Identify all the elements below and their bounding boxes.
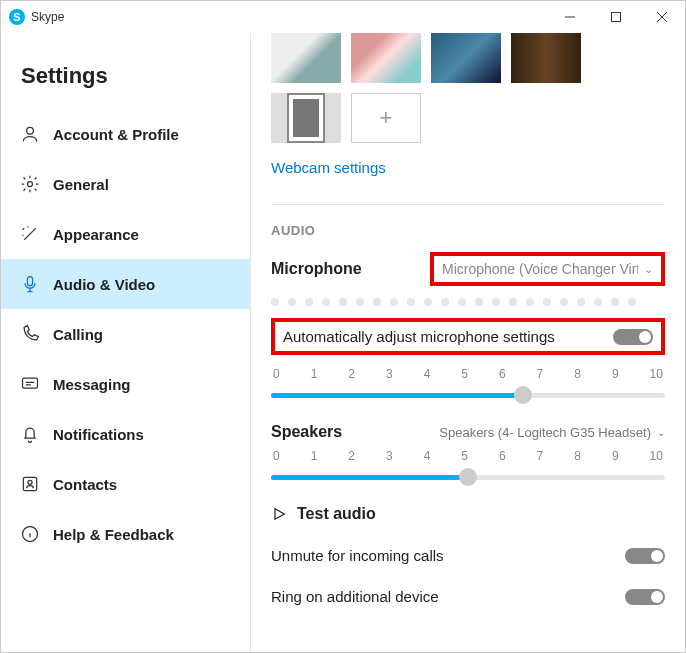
test-audio-button[interactable]: Test audio (271, 505, 665, 523)
sidebar-item-notifications[interactable]: Notifications (1, 409, 250, 459)
sidebar-item-label: Messaging (53, 376, 131, 393)
bell-icon (19, 423, 41, 445)
settings-content: + Webcam settings AUDIO Microphone Micro… (251, 33, 685, 652)
background-thumb[interactable] (431, 33, 501, 83)
svg-point-9 (28, 480, 32, 484)
add-background-button[interactable]: + (351, 93, 421, 143)
speakers-label: Speakers (271, 423, 342, 441)
sidebar-item-messaging[interactable]: Messaging (1, 359, 250, 409)
minimize-button[interactable] (547, 1, 593, 33)
sidebar-item-help-feedback[interactable]: Help & Feedback (1, 509, 250, 559)
wand-icon (19, 223, 41, 245)
sidebar-item-label: Audio & Video (53, 276, 155, 293)
slider-handle[interactable] (514, 386, 532, 404)
sidebar-item-label: Contacts (53, 476, 117, 493)
sidebar-item-label: Appearance (53, 226, 139, 243)
mic-level-dots (271, 298, 665, 306)
settings-sidebar: Settings Account & Profile General Appea… (1, 33, 251, 652)
sidebar-item-account-profile[interactable]: Account & Profile (1, 109, 250, 159)
sidebar-item-label: Help & Feedback (53, 526, 174, 543)
background-thumb[interactable] (511, 33, 581, 83)
microphone-icon (19, 273, 41, 295)
maximize-button[interactable] (593, 1, 639, 33)
background-thumb[interactable] (271, 33, 341, 83)
play-icon (271, 506, 287, 522)
unmute-toggle[interactable] (625, 548, 665, 564)
info-icon (19, 523, 41, 545)
microphone-selected: Microphone (Voice Changer Virtua (442, 261, 638, 277)
ring-toggle[interactable] (625, 589, 665, 605)
sidebar-item-label: General (53, 176, 109, 193)
skype-logo-icon: S (9, 9, 25, 25)
speakers-dropdown[interactable]: Speakers (4- Logitech G35 Headset) ⌄ (439, 425, 665, 440)
gear-icon (19, 173, 41, 195)
svg-marker-13 (275, 509, 284, 520)
sidebar-item-appearance[interactable]: Appearance (1, 209, 250, 259)
chevron-down-icon: ⌄ (644, 263, 653, 276)
sidebar-item-label: Account & Profile (53, 126, 179, 143)
speakers-selected: Speakers (4- Logitech G35 Headset) (439, 425, 651, 440)
person-icon (19, 123, 41, 145)
phone-icon (19, 323, 41, 345)
sidebar-item-audio-video[interactable]: Audio & Video (1, 259, 250, 309)
slider-handle[interactable] (459, 468, 477, 486)
contacts-icon (19, 473, 41, 495)
titlebar: S Skype (1, 1, 685, 33)
message-icon (19, 373, 41, 395)
window-title: Skype (31, 10, 64, 24)
microphone-slider[interactable]: 012345678910 (271, 367, 665, 403)
unmute-label: Unmute for incoming calls (271, 547, 444, 564)
sidebar-item-calling[interactable]: Calling (1, 309, 250, 359)
ring-label: Ring on additional device (271, 588, 439, 605)
close-button[interactable] (639, 1, 685, 33)
microphone-dropdown[interactable]: Microphone (Voice Changer Virtua ⌄ (430, 252, 665, 286)
background-thumbnails (271, 33, 665, 83)
slider-scale: 012345678910 (271, 449, 665, 463)
svg-rect-6 (28, 277, 33, 286)
webcam-settings-link[interactable]: Webcam settings (271, 159, 665, 176)
sidebar-item-label: Notifications (53, 426, 144, 443)
svg-rect-1 (612, 13, 621, 22)
svg-rect-7 (23, 378, 38, 388)
background-thumb[interactable] (271, 93, 341, 143)
svg-point-4 (27, 127, 34, 134)
sidebar-item-contacts[interactable]: Contacts (1, 459, 250, 509)
sidebar-item-label: Calling (53, 326, 103, 343)
auto-adjust-label: Automatically adjust microphone settings (283, 328, 613, 345)
audio-section-label: AUDIO (271, 223, 665, 238)
plus-icon: + (380, 105, 393, 131)
speakers-slider[interactable]: 012345678910 (271, 449, 665, 485)
chevron-down-icon: ⌄ (657, 427, 665, 438)
svg-point-5 (28, 182, 33, 187)
microphone-label: Microphone (271, 260, 362, 278)
background-thumb[interactable] (351, 33, 421, 83)
sidebar-item-general[interactable]: General (1, 159, 250, 209)
divider (271, 204, 665, 205)
auto-adjust-toggle[interactable] (613, 329, 653, 345)
slider-scale: 012345678910 (271, 367, 665, 381)
settings-heading: Settings (1, 63, 250, 109)
auto-adjust-row: Automatically adjust microphone settings (271, 318, 665, 355)
